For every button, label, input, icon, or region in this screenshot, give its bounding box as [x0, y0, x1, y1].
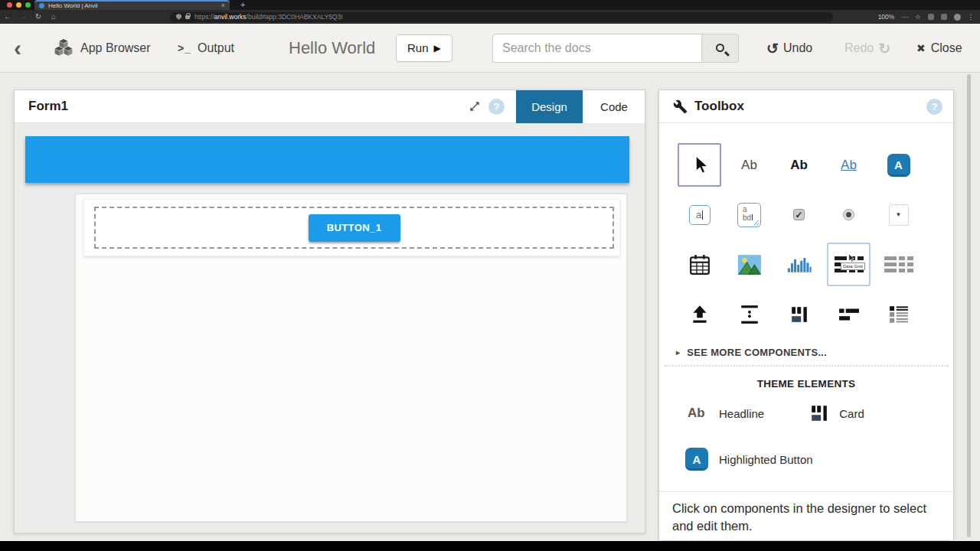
- theme-headline[interactable]: Headline: [719, 407, 764, 420]
- tool-bold-label[interactable]: Ab: [777, 143, 821, 187]
- form-title: Form1: [28, 99, 68, 114]
- tool-repeatingpanel[interactable]: [877, 292, 920, 336]
- expand-icon[interactable]: [467, 99, 482, 114]
- wrench-icon: [673, 99, 688, 114]
- see-more-components[interactable]: ▸ SEE MORE COMPONENTS...: [676, 347, 953, 358]
- button-1-component[interactable]: BUTTON_1: [309, 214, 400, 242]
- label-glyph: Ab: [741, 158, 757, 173]
- linear-panel-icon: [838, 306, 860, 323]
- theme-card[interactable]: Card: [839, 407, 864, 420]
- app-browser-button[interactable]: App Browser: [54, 39, 151, 57]
- new-tab-button[interactable]: +: [240, 0, 245, 10]
- design-canvas[interactable]: BUTTON_1: [15, 123, 645, 533]
- tab-code[interactable]: Code: [583, 90, 645, 123]
- image-icon: [738, 255, 761, 275]
- back-button[interactable]: ‹: [14, 37, 21, 60]
- radio-icon: [843, 209, 854, 220]
- card-icon: [810, 404, 828, 422]
- zoom-level[interactable]: 100%: [878, 13, 895, 21]
- tool-textarea[interactable]: a bd: [727, 193, 771, 236]
- tab-design[interactable]: Design: [516, 90, 583, 123]
- headline-glyph-icon: Ab: [688, 406, 708, 421]
- browser-forward-icon[interactable]: →: [15, 10, 31, 24]
- tab-favicon: [39, 3, 44, 8]
- form-page[interactable]: BUTTON_1: [75, 194, 627, 522]
- column-panel-icon: [790, 305, 808, 324]
- search-button[interactable]: [701, 34, 739, 63]
- shield-icon[interactable]: [176, 14, 181, 20]
- textarea-icon: a bd: [737, 203, 761, 227]
- theme-row: A Highlighted Button: [659, 437, 953, 481]
- button-glyph: A: [887, 154, 910, 177]
- component-strip[interactable]: BUTTON_1: [83, 199, 620, 256]
- cubes-icon: [54, 39, 74, 57]
- tool-linearpanel[interactable]: [827, 292, 871, 336]
- tool-link[interactable]: Ab: [827, 143, 871, 187]
- browser-menu-icon[interactable]: ⋮: [968, 13, 975, 21]
- window-minimize-button[interactable]: [16, 2, 21, 8]
- scrollbar[interactable]: [967, 74, 971, 537]
- tool-textbox[interactable]: a: [678, 193, 721, 236]
- tool-radiobutton[interactable]: [827, 193, 871, 236]
- tool-select[interactable]: [678, 143, 721, 187]
- dropdown-icon: ▼: [889, 204, 909, 226]
- toolbox-panel: Toolbox ? Ab Ab Ab A a a bd: [658, 90, 954, 541]
- divider: [664, 365, 949, 367]
- tool-datagrid[interactable]: Data Grid: [827, 243, 871, 286]
- redo-button[interactable]: Redo ↻: [844, 41, 890, 55]
- calendar-icon: [689, 254, 710, 276]
- close-button[interactable]: ✖ Close: [916, 41, 962, 55]
- window-close-button[interactable]: [7, 2, 12, 8]
- toolbox-help-icon[interactable]: ?: [926, 99, 942, 115]
- component-grid: Ab Ab Ab A a a bd ✓ ▼: [659, 123, 953, 339]
- address-bar[interactable]: https://anvil.works/build#app:3DC0HABKXA…: [170, 12, 833, 22]
- toolbox-header: Toolbox ?: [659, 90, 953, 123]
- redo-icon: ↻: [878, 41, 890, 55]
- docs-search: [492, 34, 739, 63]
- tool-plot[interactable]: [777, 243, 821, 286]
- app-title-banner[interactable]: [25, 136, 629, 183]
- undo-button[interactable]: ↺ Undo: [766, 41, 812, 55]
- checkbox-icon: ✓: [793, 209, 805, 220]
- terminal-icon: >_: [178, 42, 191, 54]
- tool-datepicker[interactable]: [678, 243, 721, 286]
- tool-spacer[interactable]: [727, 292, 771, 336]
- toolbox-help-text: Click on components in the designer to s…: [659, 492, 953, 535]
- browser-reload-icon[interactable]: ↻: [31, 10, 46, 24]
- browser-tab[interactable]: Hello World | Anvil ×: [34, 0, 230, 10]
- window-zoom-button[interactable]: [25, 2, 31, 8]
- tool-button[interactable]: A: [877, 143, 920, 187]
- overflow-menu-icon[interactable]: ⋯: [901, 13, 908, 21]
- tool-datarowpanel[interactable]: [877, 243, 920, 286]
- lock-icon[interactable]: [185, 15, 190, 19]
- extension-icon[interactable]: [928, 14, 934, 20]
- play-icon: ▶: [434, 43, 441, 54]
- drop-zone[interactable]: BUTTON_1: [94, 207, 614, 249]
- theme-highlighted-button[interactable]: Highlighted Button: [719, 453, 813, 466]
- tab-close-icon[interactable]: ×: [221, 2, 225, 9]
- tool-label[interactable]: Ab: [727, 143, 771, 187]
- profile-avatar[interactable]: [954, 14, 961, 21]
- browser-tab-strip: Hello World | Anvil × +: [0, 0, 980, 10]
- browser-home-icon[interactable]: ⌂: [46, 10, 61, 24]
- tool-checkbox[interactable]: ✓: [777, 193, 821, 236]
- output-button[interactable]: >_ Output: [178, 41, 234, 55]
- tool-image[interactable]: [727, 243, 771, 286]
- run-label: Run: [407, 41, 429, 54]
- cursor-icon: [691, 155, 708, 175]
- toolbox-title: Toolbox: [694, 99, 744, 114]
- browser-back-icon[interactable]: ←: [0, 10, 15, 24]
- extension-icon[interactable]: [941, 14, 947, 20]
- tool-dropdown[interactable]: ▼: [877, 193, 920, 236]
- search-input[interactable]: [492, 34, 701, 63]
- tool-fileloader[interactable]: [678, 292, 721, 336]
- undo-label: Undo: [783, 41, 812, 55]
- main-area: Form1 ? Design Code BUTTON_1: [0, 73, 980, 541]
- tool-columnpanel[interactable]: [777, 292, 821, 336]
- bookmark-star-icon[interactable]: ☆: [915, 13, 921, 21]
- app-browser-label: App Browser: [80, 41, 151, 55]
- form-help-icon[interactable]: ?: [488, 99, 505, 115]
- run-button[interactable]: Run ▶: [396, 34, 452, 62]
- close-label: Close: [931, 41, 962, 55]
- editor-tabs: Design Code: [516, 90, 645, 123]
